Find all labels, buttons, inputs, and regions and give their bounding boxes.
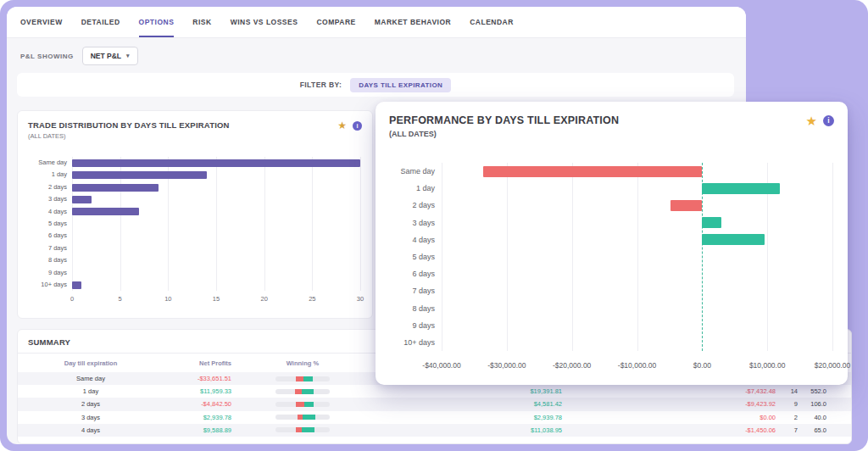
tab-detailed[interactable]: DETAILED bbox=[81, 7, 120, 37]
cell-winning-pct bbox=[235, 415, 370, 420]
cell-winning-pct bbox=[235, 376, 370, 381]
cell-volume: 552.0 bbox=[801, 387, 830, 395]
winning-pct-bar bbox=[275, 376, 330, 381]
cell-net-profits: -$33,651.51 bbox=[159, 375, 235, 382]
gridline bbox=[312, 157, 313, 291]
cell-net-profits: $9,588.89 bbox=[159, 426, 235, 434]
category-label: 3 days bbox=[28, 193, 67, 205]
category-label: Same day bbox=[28, 157, 67, 169]
category-label: 7 days bbox=[28, 242, 67, 254]
bar-4-days bbox=[72, 208, 139, 215]
trade-distribution-card: TRADE DISTRIBUTION BY DAYS TILL EXPIRATI… bbox=[17, 110, 373, 319]
winning-segment bbox=[302, 389, 313, 394]
tab-wins-vs-losses[interactable]: WINS VS LOSSES bbox=[231, 7, 298, 37]
cell-expiration: 1 day bbox=[23, 387, 159, 395]
category-label: Same day bbox=[387, 163, 435, 180]
x-axis-tick-label: 20 bbox=[256, 295, 273, 303]
column-header: Winning % bbox=[235, 359, 370, 367]
category-label: 1 day bbox=[387, 180, 435, 197]
cell-trades: 14 bbox=[779, 387, 801, 395]
cell-winning-pct bbox=[235, 402, 370, 407]
bar-same-day bbox=[483, 166, 703, 177]
info-icon[interactable]: i bbox=[823, 115, 834, 126]
cell-gains: $4,581.42 bbox=[370, 400, 565, 408]
cell-gains: $11,038.95 bbox=[370, 426, 565, 434]
bar-4-days bbox=[702, 234, 765, 245]
info-icon[interactable]: i bbox=[353, 121, 362, 131]
tab-risk[interactable]: RISK bbox=[192, 7, 211, 37]
gridline bbox=[637, 163, 638, 351]
x-axis-tick-label: -$30,000.00 bbox=[473, 361, 541, 370]
table-row: 1 day$11,959.33$19,391.81-$7,432.4814552… bbox=[18, 385, 851, 398]
losing-segment bbox=[296, 402, 304, 407]
losing-segment bbox=[296, 376, 303, 381]
cell-net-profits: $11,959.33 bbox=[159, 387, 235, 395]
winning-segment bbox=[303, 376, 312, 381]
pnl-showing-row: P&L SHOWING NET P&L ▾ bbox=[20, 44, 138, 68]
winning-segment bbox=[303, 415, 315, 420]
table-row: 4 days$9,588.89$11,038.95-$1,450.06765.0 bbox=[18, 424, 851, 437]
cell-volume: 40.0 bbox=[801, 414, 830, 421]
winning-pct-bar bbox=[275, 427, 330, 432]
tab-options[interactable]: OPTIONS bbox=[139, 7, 175, 37]
star-icon[interactable]: ★ bbox=[337, 120, 347, 131]
category-label: 5 days bbox=[28, 218, 67, 230]
cell-volume: 65.0 bbox=[801, 426, 830, 434]
performance-card: PERFORMANCE BY DAYS TILL EXPIRATION (ALL… bbox=[376, 102, 848, 385]
x-axis-tick-label: 0 bbox=[64, 295, 81, 303]
gridline bbox=[507, 163, 508, 351]
gridline bbox=[832, 163, 833, 351]
x-axis-tick-label: -$10,000.00 bbox=[604, 361, 671, 370]
winning-pct-bar bbox=[275, 402, 330, 407]
category-label: 7 days bbox=[387, 282, 435, 299]
category-label: 4 days bbox=[28, 206, 67, 218]
category-label: 1 day bbox=[28, 169, 67, 181]
performance-card-subtitle: (ALL DATES) bbox=[389, 130, 619, 138]
filter-chip-days-till-expiration[interactable]: DAYS TILL EXPIRATION bbox=[350, 78, 451, 92]
category-label: 6 days bbox=[28, 230, 67, 242]
cell-expiration: 3 days bbox=[23, 414, 159, 421]
gridline bbox=[264, 157, 265, 291]
card-header: PERFORMANCE BY DAYS TILL EXPIRATION (ALL… bbox=[376, 102, 848, 138]
x-axis-tick-label: 15 bbox=[208, 295, 225, 303]
x-axis-tick-label: -$20,000.00 bbox=[538, 361, 606, 370]
pnl-showing-label: P&L SHOWING bbox=[20, 53, 74, 60]
table-row: 2 days-$4,842.50$4,581.42-$9,423.929106.… bbox=[18, 398, 851, 410]
cell-volume: 106.0 bbox=[801, 400, 830, 408]
bar-same-day bbox=[72, 159, 360, 167]
pnl-type-select[interactable]: NET P&L ▾ bbox=[82, 47, 138, 65]
gridline bbox=[442, 163, 442, 351]
winning-pct-bar bbox=[275, 415, 330, 420]
category-label: 3 days bbox=[387, 214, 435, 231]
losing-segment bbox=[295, 389, 302, 394]
x-axis-tick-label: $20,000.00 bbox=[798, 361, 866, 370]
tab-compare[interactable]: COMPARE bbox=[316, 7, 355, 37]
x-axis-tick-label: $0.00 bbox=[668, 361, 736, 370]
page-background: OVERVIEWDETAILEDOPTIONSRISKWINS VS LOSSE… bbox=[0, 0, 868, 451]
x-axis-tick-label: 25 bbox=[303, 295, 320, 303]
cell-losses: -$9,423.92 bbox=[565, 400, 779, 408]
cell-net-profits: $2,939.78 bbox=[159, 414, 235, 421]
category-label: 10+ days bbox=[387, 334, 435, 351]
tab-market-behavior[interactable]: MARKET BEHAVIOR bbox=[375, 7, 451, 37]
tab-calendar[interactable]: CALENDAR bbox=[470, 7, 514, 37]
cell-losses: -$7,432.48 bbox=[565, 387, 779, 395]
x-axis-tick-label: 5 bbox=[112, 295, 129, 303]
category-label: 10+ days bbox=[28, 279, 67, 291]
category-label: 6 days bbox=[387, 265, 435, 282]
cell-trades: 9 bbox=[779, 400, 801, 408]
chevron-down-icon: ▾ bbox=[126, 53, 130, 59]
category-label: 8 days bbox=[387, 300, 435, 317]
tab-overview[interactable]: OVERVIEW bbox=[20, 7, 63, 37]
pnl-type-value: NET P&L bbox=[91, 52, 121, 60]
filter-by-label: FILTER BY: bbox=[300, 81, 342, 89]
cell-losses: -$1,450.06 bbox=[565, 426, 779, 434]
table-row: 3 days$2,939.78$2,939.78$0.00240.0 bbox=[18, 411, 851, 424]
column-header: Day till expiration bbox=[23, 359, 159, 367]
category-label: 2 days bbox=[387, 197, 435, 214]
category-label: 4 days bbox=[387, 231, 435, 248]
star-icon[interactable]: ★ bbox=[806, 114, 817, 127]
cell-net-profits: -$4,842.50 bbox=[159, 400, 235, 408]
cell-expiration: Same day bbox=[23, 375, 159, 382]
winning-segment bbox=[302, 427, 314, 432]
